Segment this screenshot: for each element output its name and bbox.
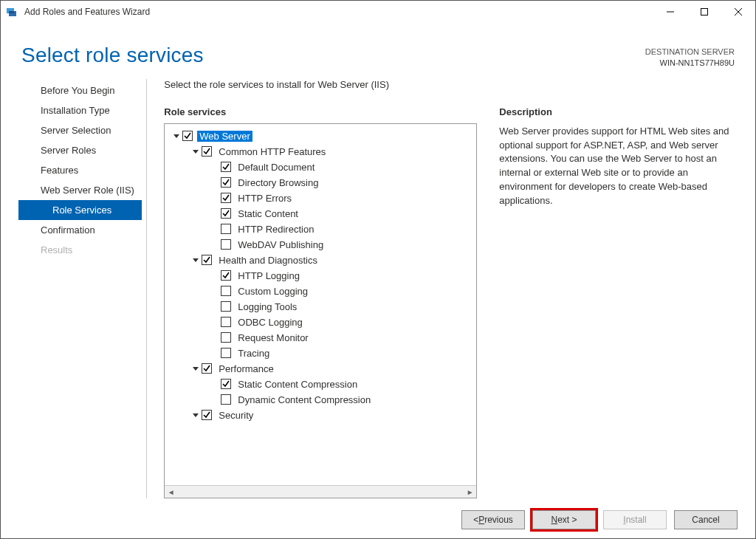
maximize-button[interactable]	[687, 1, 721, 23]
tree-checkbox[interactable]	[221, 193, 231, 203]
expander-placeholder	[210, 286, 219, 295]
tree-checkbox[interactable]	[221, 208, 231, 219]
tree-checkbox[interactable]	[221, 286, 231, 296]
titlebar: Add Roles and Features Wizard	[1, 1, 755, 23]
horizontal-scrollbar[interactable]: ◄ ►	[165, 485, 476, 498]
destination-label: DESTINATION SERVER	[645, 47, 735, 58]
tree-node-label[interactable]: HTTP Logging	[236, 270, 302, 281]
role-services-tree[interactable]: Web ServerCommon HTTP FeaturesDefault Do…	[165, 124, 476, 485]
header-row: Select role services DESTINATION SERVER …	[18, 23, 738, 72]
tree-node-label[interactable]: Common HTTP Features	[216, 146, 328, 157]
scroll-right-icon[interactable]: ►	[464, 486, 476, 498]
expander-placeholder	[210, 271, 219, 280]
tree-node[interactable]: HTTP Redirection	[168, 222, 473, 237]
expander-placeholder	[210, 209, 219, 218]
tree-checkbox[interactable]	[221, 379, 231, 389]
nav-item-role-services[interactable]: Role Services	[18, 200, 142, 220]
expander-expanded-icon[interactable]	[191, 147, 200, 156]
tree-node[interactable]: Health and Diagnostics	[168, 253, 473, 268]
nav-item-installation-type[interactable]: Installation Type	[18, 100, 142, 120]
tree-node[interactable]: HTTP Errors	[168, 190, 473, 206]
tree-node[interactable]: HTTP Logging	[168, 268, 473, 284]
tree-node-label[interactable]: Logging Tools	[236, 301, 299, 312]
tree-node[interactable]: Request Monitor	[168, 330, 473, 346]
tree-node-label[interactable]: Tracing	[236, 348, 272, 359]
expander-placeholder	[210, 178, 219, 187]
expander-placeholder	[210, 380, 219, 388]
tree-checkbox[interactable]	[221, 332, 231, 343]
tree-checkbox[interactable]	[202, 255, 212, 265]
role-services-label: Role services	[164, 106, 477, 117]
install-button: Install	[603, 510, 667, 529]
tree-checkbox[interactable]	[202, 363, 212, 374]
expander-placeholder	[210, 193, 219, 202]
tree-checkbox[interactable]	[221, 394, 231, 405]
tree-checkbox[interactable]	[221, 177, 231, 188]
tree-node-label[interactable]: Health and Diagnostics	[216, 255, 320, 266]
tree-node[interactable]: Static Content	[168, 206, 473, 222]
tree-node[interactable]: Security	[168, 408, 473, 423]
tree-node-label[interactable]: Default Document	[236, 162, 317, 173]
tree-node-label[interactable]: Request Monitor	[236, 332, 310, 343]
tree-checkbox[interactable]	[182, 131, 193, 141]
description-column: Description Web Server provides support …	[499, 106, 738, 498]
expander-placeholder	[210, 302, 219, 311]
tree-node-label[interactable]: ODBC Logging	[236, 317, 304, 328]
expander-expanded-icon[interactable]	[191, 364, 200, 373]
page-title: Select role services	[21, 44, 204, 67]
tree-node-label[interactable]: Static Content	[236, 208, 300, 219]
expander-expanded-icon[interactable]	[191, 255, 200, 264]
tree-node[interactable]: ODBC Logging	[168, 315, 473, 330]
tree-node[interactable]: Directory Browsing	[168, 175, 473, 190]
nav-item-before-you-begin[interactable]: Before You Begin	[18, 80, 142, 100]
expander-placeholder	[210, 349, 219, 357]
tree-node[interactable]: Dynamic Content Compression	[168, 392, 473, 408]
tree-checkbox[interactable]	[202, 410, 212, 420]
expander-expanded-icon[interactable]	[191, 411, 200, 419]
destination-block: DESTINATION SERVER WIN-NN1TS77H89U	[645, 44, 735, 69]
tree-node-label[interactable]: HTTP Redirection	[236, 224, 316, 235]
expander-placeholder	[210, 395, 219, 404]
nav-item-confirmation[interactable]: Confirmation	[18, 220, 142, 240]
tree-checkbox[interactable]	[221, 239, 231, 250]
main-columns: Role services Web ServerCommon HTTP Feat…	[164, 106, 738, 498]
tree-checkbox[interactable]	[202, 146, 212, 157]
tree-node[interactable]: Custom Logging	[168, 284, 473, 299]
tree-node[interactable]: WebDAV Publishing	[168, 237, 473, 253]
tree-checkbox[interactable]	[221, 224, 231, 234]
tree-node-label[interactable]: Directory Browsing	[236, 177, 320, 188]
expander-expanded-icon[interactable]	[172, 131, 181, 140]
tree-checkbox[interactable]	[221, 317, 231, 327]
role-services-column: Role services Web ServerCommon HTTP Feat…	[164, 106, 477, 498]
previous-button[interactable]: < Previous	[461, 510, 525, 529]
tree-node-label[interactable]: WebDAV Publishing	[236, 239, 326, 250]
tree-checkbox[interactable]	[221, 348, 231, 358]
nav-item-server-selection[interactable]: Server Selection	[18, 120, 142, 140]
tree-node[interactable]: Default Document	[168, 159, 473, 175]
tree-node-label[interactable]: Performance	[216, 363, 275, 374]
tree-node[interactable]: Performance	[168, 361, 473, 377]
nav-item-features[interactable]: Features	[18, 160, 142, 180]
cancel-button[interactable]: Cancel	[674, 510, 738, 529]
tree-checkbox[interactable]	[221, 301, 231, 312]
scroll-left-icon[interactable]: ◄	[165, 486, 177, 498]
tree-node-label[interactable]: Custom Logging	[236, 286, 310, 297]
close-button[interactable]	[721, 1, 755, 23]
nav-item-server-roles[interactable]: Server Roles	[18, 140, 142, 160]
nav-item-web-server-role-iis[interactable]: Web Server Role (IIS)	[18, 180, 142, 200]
tree-node-label[interactable]: Web Server	[197, 131, 252, 142]
minimize-button[interactable]	[653, 1, 687, 23]
tree-node[interactable]: Common HTTP Features	[168, 144, 473, 159]
instruction-text: Select the role services to install for …	[164, 79, 738, 90]
next-button[interactable]: Next >	[532, 510, 596, 529]
tree-node[interactable]: Static Content Compression	[168, 377, 473, 392]
tree-node-label[interactable]: Dynamic Content Compression	[236, 394, 373, 405]
tree-node[interactable]: Tracing	[168, 346, 473, 361]
tree-checkbox[interactable]	[221, 270, 231, 281]
tree-node-label[interactable]: Static Content Compression	[236, 379, 360, 390]
tree-node[interactable]: Web Server	[168, 128, 473, 144]
tree-node-label[interactable]: HTTP Errors	[236, 193, 294, 204]
tree-node-label[interactable]: Security	[216, 410, 255, 421]
tree-node[interactable]: Logging Tools	[168, 299, 473, 315]
tree-checkbox[interactable]	[221, 162, 231, 172]
